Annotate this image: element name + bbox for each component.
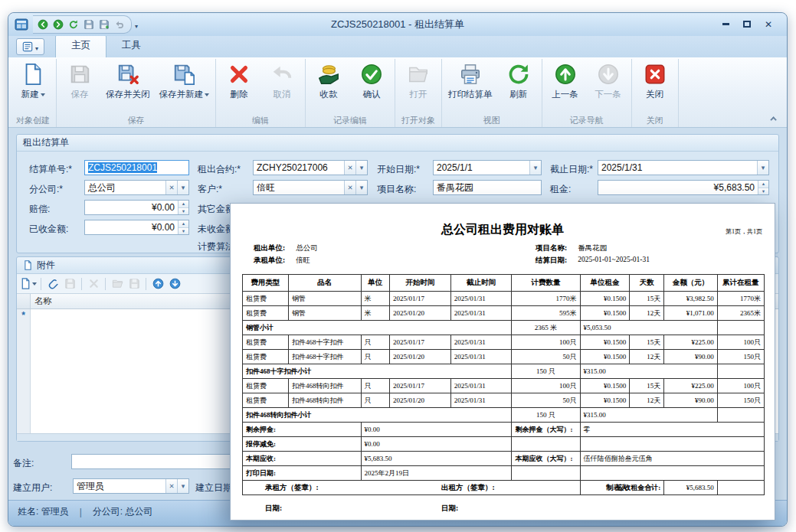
attachment-move-up-button[interactable]	[150, 276, 165, 292]
clear-icon[interactable]	[165, 181, 177, 194]
report-row: 扣件468转向扣件小计150 只¥315.00	[243, 408, 765, 423]
ribbon-collapse-button[interactable]	[768, 113, 781, 124]
attachment-new-button[interactable]	[20, 276, 37, 292]
report-cell: 租赁费	[243, 306, 289, 321]
lessor-sign-label: 出租方（签章）:	[441, 483, 495, 493]
report-cell: 剩余押金（大写）:	[512, 423, 580, 437]
qat-forward-button[interactable]	[51, 18, 65, 31]
ribbon-button-close[interactable]: 关闭	[634, 59, 676, 100]
attachment-attach-button[interactable]	[45, 276, 61, 292]
report-header-cell: 截止时间	[450, 275, 512, 292]
qat-dropdown-button[interactable]	[132, 18, 141, 31]
row-indicator-header	[17, 294, 31, 308]
project-input[interactable]: 番禺花园	[433, 180, 542, 195]
chevron-down-icon[interactable]	[177, 479, 188, 493]
ribbon-button-new[interactable]: 新建	[11, 59, 54, 100]
settlement-no-input[interactable]: ZCJS250218001	[84, 160, 189, 175]
toolbar-separator	[41, 278, 41, 290]
ribbon-button-label: 刷新	[509, 90, 527, 100]
rent-spin[interactable]: ¥5,683.50	[598, 180, 769, 195]
prev-icon	[554, 63, 577, 86]
qat-undo-button[interactable]	[113, 18, 126, 31]
ribbon-button-refresh[interactable]: 刷新	[497, 59, 540, 100]
end-date-picker[interactable]: 2025/1/31	[598, 160, 769, 175]
spin-down-icon[interactable]	[179, 228, 188, 235]
spin-up-icon[interactable]	[179, 220, 188, 228]
maximize-button[interactable]	[738, 17, 756, 31]
ribbon-button-label: 下一条	[595, 90, 621, 100]
status-branch: 分公司: 总公司	[93, 505, 153, 518]
contract-combo[interactable]: ZCHY250217006	[253, 160, 368, 175]
refresh-icon	[68, 19, 79, 30]
report-cell: 本期应收:	[243, 452, 362, 466]
customer-combo[interactable]: 倍旺	[253, 180, 368, 195]
report-cell: ¥5,053.50	[580, 321, 717, 335]
chevron-up-icon	[770, 116, 776, 122]
chevron-down-icon[interactable]	[355, 161, 367, 175]
app-menu-button[interactable]	[16, 38, 44, 55]
spin-down-icon[interactable]	[758, 188, 768, 195]
received-spin[interactable]: ¥0.00	[84, 220, 189, 235]
report-cell: 2365 米	[512, 321, 580, 335]
ribbon-button-prev[interactable]: 上一条	[544, 59, 587, 100]
minimize-button[interactable]	[716, 17, 735, 31]
attachment-save-button	[62, 276, 77, 292]
ribbon-group-close: 关闭关闭	[632, 59, 679, 127]
close-button[interactable]	[759, 17, 778, 31]
clear-icon[interactable]	[344, 161, 355, 175]
qat-save-button[interactable]	[82, 18, 96, 31]
chevron-down-icon[interactable]	[529, 161, 541, 175]
clear-icon[interactable]	[344, 181, 355, 194]
ribbon-button-save-close[interactable]: 保存并关闭	[101, 59, 155, 100]
spin-up-icon[interactable]	[179, 201, 188, 208]
spin-up-icon[interactable]	[758, 181, 768, 188]
report-cell: 2025/01/31	[450, 306, 512, 321]
report-row: 租赁费扣件468十字扣件只2025/01/202025/01/3150只¥0.1…	[243, 350, 765, 364]
qat-back-button[interactable]	[36, 18, 50, 31]
ribbon-button-confirm[interactable]: 确认	[350, 59, 393, 100]
chevron-down-icon[interactable]	[355, 181, 367, 194]
compensation-spin[interactable]: ¥0.00	[84, 200, 189, 215]
ribbon-button-receive-payment[interactable]: 收款	[307, 59, 350, 100]
tab-home[interactable]: 主页	[55, 34, 106, 57]
created-date-label: 建立日期:	[195, 481, 234, 494]
clear-icon[interactable]	[165, 479, 177, 493]
report-cell: ¥5,683.50	[664, 481, 717, 495]
report-title: 总公司租出费用对账单	[231, 222, 775, 238]
chevron-down-icon[interactable]	[757, 161, 768, 175]
report-cell: 2025/01/17	[390, 335, 451, 350]
created-user-label: 建立用户:	[13, 481, 52, 494]
tab-tools[interactable]: 工具	[106, 35, 156, 57]
report-cell: 只	[361, 379, 389, 393]
ribbon-group-caption: 记录编辑	[307, 114, 393, 127]
start-date-picker[interactable]: 2025/1/1	[433, 160, 542, 175]
report-cell: ¥0.1500	[580, 306, 630, 321]
attachments-title: 附件	[37, 259, 55, 272]
branch-combo[interactable]: 总公司	[84, 180, 189, 195]
qat-save-new-button[interactable]	[97, 18, 111, 31]
ribbon-button-label: 删除	[231, 90, 248, 100]
report-cell: ¥315.00	[580, 408, 717, 423]
quick-access-toolbar	[33, 15, 132, 34]
report-cell: ¥0.00	[361, 437, 512, 452]
ribbon-button-print-settlement[interactable]: 打印结算单	[444, 59, 497, 100]
report-table: 费用类型品名单位开始时间截止时间计费数量单位租金天数金额（元）累计在租量租赁费钢…	[242, 274, 765, 495]
ribbon-button-delete[interactable]: 删除	[218, 59, 260, 100]
qat-refresh-button[interactable]	[67, 18, 80, 31]
report-cell: 米	[361, 292, 389, 306]
report-cell: 扣件468十字扣件小计	[243, 364, 512, 379]
back-icon	[38, 19, 48, 30]
report-cell: 租赁费	[243, 379, 289, 393]
report-cell: ¥0.00	[361, 423, 512, 437]
created-user-combo[interactable]: 管理员	[73, 478, 189, 494]
spin-down-icon[interactable]	[179, 208, 188, 215]
ribbon-button-save-new[interactable]: 保存并新建	[155, 59, 215, 100]
lessee-sign-label: 承租方（签章）:	[265, 483, 319, 493]
chevron-down-icon[interactable]	[177, 181, 188, 194]
report-cell: 12天	[630, 393, 664, 408]
new-row-indicator[interactable]: *	[17, 309, 31, 433]
end-date-label: 截止日期:*	[550, 163, 593, 176]
attachment-move-down-button[interactable]	[167, 276, 182, 292]
titlebar[interactable]: ZCJS250218001 - 租出结算单	[8, 13, 787, 36]
report-cell: ¥0.1500	[580, 350, 630, 364]
